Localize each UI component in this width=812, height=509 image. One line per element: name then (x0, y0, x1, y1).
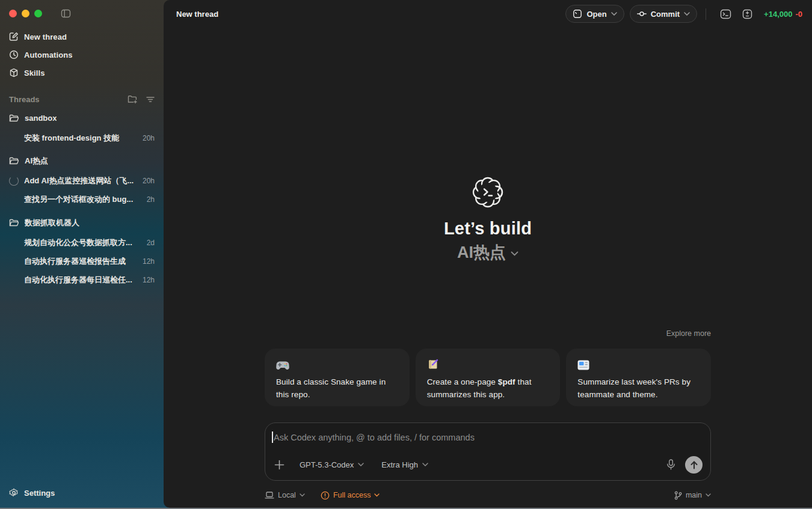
suggestion-card-prs[interactable]: Summarize last week's PRs by teammate an… (566, 349, 711, 406)
thread-timestamp: 20h (143, 177, 155, 185)
attach-plus-button[interactable] (274, 460, 285, 470)
branch-selector[interactable]: main (674, 491, 711, 500)
thread-title: Add AI热点监控推送网站（飞... (24, 175, 137, 186)
environment-label: Local (278, 491, 296, 499)
suggestion-text: Summarize last week's PRs by teammate an… (577, 376, 700, 401)
explore-more-link[interactable]: Explore more (265, 329, 711, 338)
chevron-down-icon (358, 463, 364, 466)
chevron-down-icon (300, 493, 305, 497)
main-panel: New thread Open Commit (164, 0, 812, 508)
thread-folder-name: 数据抓取机器人 (25, 218, 79, 228)
hero: Let’s build AI热点 (265, 176, 711, 263)
suggestion-cards: Build a classic Snake game in this repo.… (265, 349, 711, 406)
new-folder-icon[interactable] (128, 95, 138, 104)
chevron-down-icon (422, 463, 428, 466)
thread-title: 规划自动化公众号数据抓取方... (24, 237, 141, 248)
suggestion-text: Create a one-page $pdf that summarizes t… (427, 376, 549, 401)
access-mode-selector[interactable]: Full access (321, 491, 380, 500)
warning-circle-icon (321, 491, 330, 500)
thread-folder-sandbox[interactable]: sandbox (0, 109, 164, 127)
model-selector[interactable]: GPT-5.3-Codex (300, 460, 364, 469)
commit-button-label: Commit (651, 10, 680, 19)
microphone-icon[interactable] (666, 459, 675, 471)
thread-title: 自动执行服务器巡检报告生成 (24, 256, 137, 267)
main-header: New thread Open Commit (164, 0, 812, 28)
composer: GPT-5.3-Codex Extra High (265, 422, 711, 481)
thread-folder-data-bot[interactable]: 数据抓取机器人 (0, 214, 164, 231)
model-label: GPT-5.3-Codex (300, 460, 354, 469)
settings-label: Settings (24, 489, 55, 498)
thread-folder-name: sandbox (25, 114, 57, 123)
lines-removed: -0 (795, 10, 802, 19)
editor-icon (573, 9, 582, 19)
diff-button[interactable] (737, 9, 758, 19)
hero-title: Let’s build (265, 219, 711, 239)
gamepad-icon (276, 358, 398, 370)
terminal-button[interactable] (715, 9, 737, 19)
window-controls (9, 10, 42, 17)
folder-open-icon (9, 114, 19, 123)
thread-timestamp: 12h (143, 257, 155, 266)
suggestion-card-pdf[interactable]: Create a one-page $pdf that summarizes t… (416, 349, 561, 406)
page-title: New thread (176, 10, 218, 19)
laptop-icon (265, 491, 274, 499)
thread-folder-name: AI热点 (25, 156, 48, 166)
open-button[interactable]: Open (565, 5, 624, 23)
reasoning-label: Extra High (381, 460, 418, 469)
lines-added: +14,000 (764, 10, 792, 19)
minimize-window-button[interactable] (22, 10, 29, 17)
sidebar-item-label: Automations (24, 50, 73, 59)
task-running-spinner-icon (9, 176, 19, 186)
filter-icon[interactable] (146, 96, 155, 103)
chevron-down-icon (684, 12, 690, 16)
open-button-label: Open (586, 10, 606, 19)
clock-icon (9, 50, 19, 59)
folder-open-icon (9, 157, 19, 165)
suggestion-text: Build a classic Snake game in this repo. (276, 376, 398, 401)
zoom-window-button[interactable] (34, 10, 42, 17)
compose-icon (9, 32, 19, 41)
chevron-down-icon (511, 251, 518, 256)
send-button[interactable] (685, 456, 703, 474)
thread-item[interactable]: 规划自动化公众号数据抓取方... 2d (0, 234, 164, 251)
thread-item[interactable]: Add AI热点监控推送网站（飞... 20h (0, 172, 164, 189)
thread-item[interactable]: 安装 frontend-design 技能 20h (0, 129, 164, 147)
sidebar-item-label: New thread (24, 32, 67, 41)
reasoning-selector[interactable]: Extra High (381, 460, 428, 469)
suggestion-card-snake-game[interactable]: Build a classic Snake game in this repo. (265, 349, 410, 406)
document-card-icon (577, 358, 700, 370)
thread-timestamp: 2h (147, 195, 155, 204)
thread-title: 自动化执行服务器每日巡检任... (24, 275, 137, 285)
project-selector[interactable]: AI热点 (265, 242, 711, 263)
thread-item[interactable]: 查找另一个对话框改动的 bug... 2h (0, 190, 164, 208)
access-mode-label: Full access (333, 491, 371, 499)
prompt-input[interactable] (272, 430, 702, 445)
commit-button[interactable]: Commit (630, 5, 697, 23)
folder-open-icon (9, 219, 19, 227)
git-commit-icon (637, 10, 647, 17)
gear-icon (9, 488, 19, 498)
project-name: AI热点 (457, 242, 506, 263)
thread-title: 安装 frontend-design 技能 (24, 133, 137, 144)
environment-selector[interactable]: Local (265, 491, 305, 499)
thread-item[interactable]: 自动执行服务器巡检报告生成 12h (0, 252, 164, 270)
sidebar-item-new-thread[interactable]: New thread (0, 28, 164, 46)
branch-label: main (686, 491, 702, 499)
thread-folder-ai-hotspot[interactable]: AI热点 (0, 152, 164, 169)
sidebar: New thread Automations Skills Threads (0, 0, 164, 508)
sidebar-item-skills[interactable]: Skills (0, 64, 164, 82)
sidebar-nav: New thread Automations Skills (0, 28, 164, 82)
git-branch-icon (674, 491, 682, 500)
thread-timestamp: 12h (143, 276, 155, 284)
sidebar-item-settings[interactable]: Settings (0, 484, 164, 502)
sidebar-item-automations[interactable]: Automations (0, 46, 164, 64)
chevron-down-icon (374, 493, 380, 497)
thread-status-bar: Local Full access main (265, 489, 711, 502)
thread-item[interactable]: 自动化执行服务器每日巡检任... 12h (0, 271, 164, 288)
threads-label: Threads (9, 95, 40, 104)
diff-stats: +14,000 -0 (764, 10, 802, 19)
close-window-button[interactable] (9, 10, 17, 17)
chevron-down-icon (706, 493, 711, 497)
sidebar-toggle-icon[interactable] (61, 8, 71, 19)
sidebar-item-label: Skills (24, 69, 45, 78)
